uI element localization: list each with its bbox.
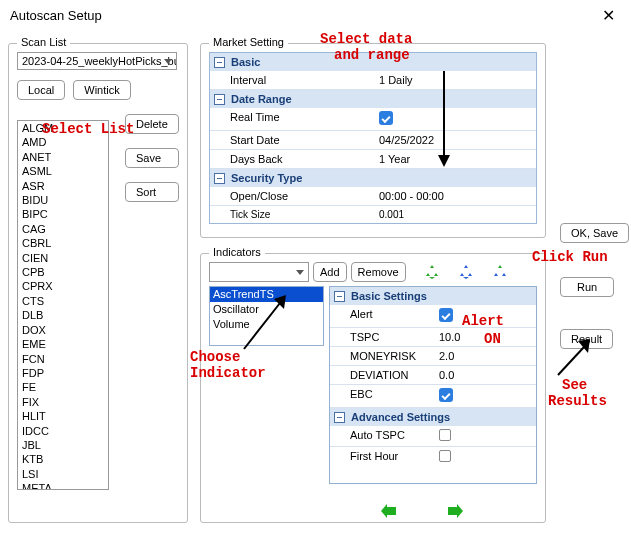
ticker-item[interactable]: DOX	[18, 323, 108, 337]
collapse-icon[interactable]	[214, 173, 225, 184]
local-button[interactable]: Local	[17, 80, 65, 100]
run-button[interactable]: Run	[560, 277, 614, 297]
prev-arrow-icon[interactable]	[381, 504, 397, 518]
indicator-item[interactable]: Oscillator	[210, 302, 323, 317]
scan-list-group: Scan List 2023-04-25_weeklyHotPicks_buy …	[8, 43, 188, 523]
ticker-item[interactable]: IDCC	[18, 424, 108, 438]
ticker-item[interactable]: KTB	[18, 452, 108, 466]
section-basic: Basic	[231, 56, 260, 68]
moneyrisk-value[interactable]: 2.0	[433, 347, 536, 365]
ticker-item[interactable]: DLB	[18, 308, 108, 322]
sort-button[interactable]: Sort	[125, 182, 179, 202]
indicator-item[interactable]: AscTrendTS	[210, 287, 323, 302]
market-setting-group: Market Setting Basic Interval1 Daily Dat…	[200, 43, 546, 238]
collapse-icon[interactable]	[214, 57, 225, 68]
interval-value[interactable]: 1 Daily	[373, 71, 536, 89]
section-date-range: Date Range	[231, 93, 292, 105]
collapse-icon[interactable]	[334, 412, 345, 423]
section-basic-settings: Basic Settings	[351, 290, 427, 302]
wintick-button[interactable]: Wintick	[73, 80, 130, 100]
ticker-item[interactable]: CIEN	[18, 251, 108, 265]
close-icon[interactable]: ✕	[596, 6, 621, 25]
ticker-item[interactable]: META	[18, 481, 108, 490]
deviation-value[interactable]: 0.0	[433, 366, 536, 384]
firsthour-key: First Hour	[330, 447, 433, 467]
ok-save-button[interactable]: OK, Save	[560, 223, 629, 243]
add-button[interactable]: Add	[313, 262, 347, 282]
ticker-item[interactable]: CAG	[18, 222, 108, 236]
realtime-checkbox[interactable]	[379, 111, 393, 125]
ticker-item[interactable]: ALGM	[18, 121, 108, 135]
ticker-item[interactable]: HLIT	[18, 409, 108, 423]
ticker-item[interactable]: BIPC	[18, 207, 108, 221]
indicator-combo[interactable]	[209, 262, 309, 282]
section-adv-settings: Advanced Settings	[351, 411, 450, 423]
ticker-item[interactable]: CPB	[18, 265, 108, 279]
window-title: Autoscan Setup	[10, 8, 102, 23]
ticker-item[interactable]: CTS	[18, 294, 108, 308]
ebc-checkbox[interactable]	[439, 388, 453, 402]
recycle-blue-icon[interactable]	[458, 264, 474, 280]
ticksize-value[interactable]: 0.001	[373, 206, 536, 223]
openclose-value[interactable]: 00:00 - 00:00	[373, 187, 536, 205]
daysback-key: Days Back	[210, 150, 373, 168]
anno-results: Results	[548, 393, 607, 409]
alert-checkbox[interactable]	[439, 308, 453, 322]
svg-line-4	[558, 347, 584, 375]
delete-button[interactable]: Delete	[125, 114, 179, 134]
startdate-value[interactable]: 04/25/2022	[373, 131, 536, 149]
ticker-item[interactable]: CBRL	[18, 236, 108, 250]
tspc-key: TSPC	[330, 328, 433, 346]
indicator-listbox[interactable]: AscTrendTSOscillatorVolume	[209, 286, 324, 346]
save-button[interactable]: Save	[125, 148, 179, 168]
ebc-key: EBC	[330, 385, 433, 407]
alert-key: Alert	[330, 305, 433, 327]
moneyrisk-key: MONEYRISK	[330, 347, 433, 365]
collapse-icon[interactable]	[214, 94, 225, 105]
indicators-label: Indicators	[209, 246, 265, 258]
tspc-value[interactable]: 10.0	[433, 328, 536, 346]
openclose-key: Open/Close	[210, 187, 373, 205]
ticker-item[interactable]: EME	[18, 337, 108, 351]
anno-see: See	[562, 377, 587, 393]
ticker-item[interactable]: ASML	[18, 164, 108, 178]
scan-list-combo[interactable]: 2023-04-25_weeklyHotPicks_buy	[17, 52, 177, 70]
autotspc-checkbox[interactable]	[439, 429, 451, 441]
ticker-item[interactable]: FE	[18, 380, 108, 394]
ticker-item[interactable]: LSI	[18, 467, 108, 481]
startdate-key: Start Date	[210, 131, 373, 149]
autotspc-key: Auto TSPC	[330, 426, 433, 446]
market-setting-label: Market Setting	[209, 36, 288, 48]
ticker-item[interactable]: JBL	[18, 438, 108, 452]
collapse-icon[interactable]	[334, 291, 345, 302]
ticksize-key: Tick Size	[210, 206, 373, 223]
ticker-item[interactable]: FDP	[18, 366, 108, 380]
recycle-mix-icon[interactable]	[492, 264, 508, 280]
market-property-grid[interactable]: Basic Interval1 Daily Date Range Real Ti…	[209, 52, 537, 224]
indicator-item[interactable]: Volume	[210, 317, 323, 332]
ticker-listbox[interactable]: ALGMAMDANETASMLASRBIDUBIPCCAGCBRLCIENCPB…	[17, 120, 109, 490]
svg-rect-0	[387, 507, 396, 515]
ticker-item[interactable]: FCN	[18, 352, 108, 366]
indicators-group: Indicators Add Remove AscTrendTSOscillat…	[200, 253, 546, 523]
ticker-item[interactable]: BIDU	[18, 193, 108, 207]
remove-button[interactable]: Remove	[351, 262, 406, 282]
ticker-item[interactable]: ASR	[18, 179, 108, 193]
section-security: Security Type	[231, 172, 302, 184]
ticker-item[interactable]: CPRX	[18, 279, 108, 293]
scan-list-label: Scan List	[17, 36, 70, 48]
recycle-green-icon[interactable]	[424, 264, 440, 280]
next-arrow-icon[interactable]	[447, 504, 463, 518]
interval-key: Interval	[210, 71, 373, 89]
deviation-key: DEVIATION	[330, 366, 433, 384]
realtime-key: Real Time	[210, 108, 373, 130]
ticker-item[interactable]: FIX	[18, 395, 108, 409]
firsthour-checkbox[interactable]	[439, 450, 451, 462]
ticker-item[interactable]: ANET	[18, 150, 108, 164]
ticker-item[interactable]: AMD	[18, 135, 108, 149]
svg-rect-1	[448, 507, 457, 515]
indicator-settings-grid[interactable]: Basic Settings Alert TSPC10.0 MONEYRISK2…	[329, 286, 537, 484]
result-button[interactable]: Result	[560, 329, 613, 349]
daysback-value[interactable]: 1 Year	[373, 150, 536, 168]
